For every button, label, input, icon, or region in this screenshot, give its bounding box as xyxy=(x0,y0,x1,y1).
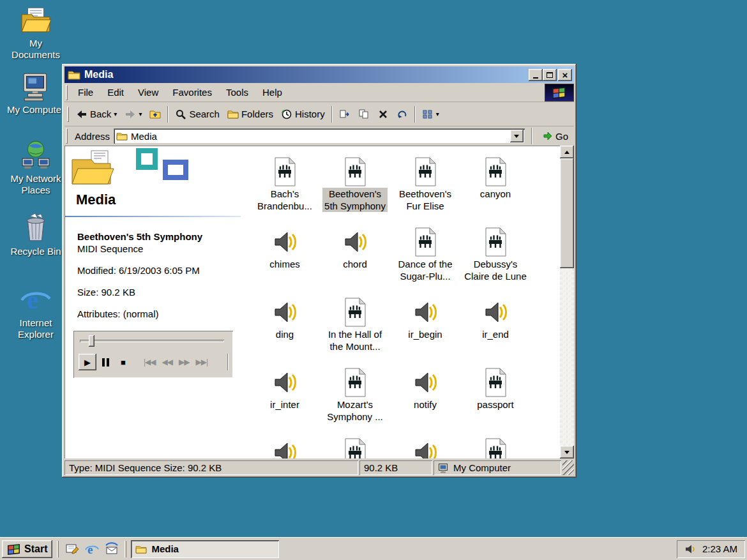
desktop-icon-recycle-bin[interactable]: Recycle Bin xyxy=(5,212,66,257)
desktop-icon-my-documents[interactable]: My Documents xyxy=(5,4,66,61)
skip-start-button[interactable]: |◀◀ xyxy=(144,358,156,367)
menu-file[interactable]: File xyxy=(71,84,100,100)
address-value: Media xyxy=(131,131,157,142)
forward-dropdown-icon[interactable]: ▾ xyxy=(139,111,142,117)
file-item[interactable]: Beethoven's Fur Elise xyxy=(390,156,460,226)
file-item[interactable]: Debussy's Claire de Lune xyxy=(460,226,531,296)
desktop-icon-my-computer[interactable]: My Computer xyxy=(5,70,66,116)
views-dropdown-icon[interactable]: ▾ xyxy=(436,111,439,117)
vertical-scrollbar[interactable] xyxy=(560,146,574,458)
history-icon xyxy=(281,109,292,120)
recycle-bin-icon xyxy=(20,212,52,244)
resize-grip[interactable] xyxy=(562,460,574,475)
fast-forward-button[interactable]: ▶▶ xyxy=(179,358,189,367)
menubar-grip[interactable] xyxy=(66,85,68,100)
menu-view[interactable]: View xyxy=(131,84,165,100)
seek-slider[interactable] xyxy=(80,340,224,342)
play-button[interactable]: ▶ xyxy=(79,354,96,370)
go-button[interactable]: Go xyxy=(539,130,572,143)
desktop-icon-label: Recycle Bin xyxy=(10,246,61,257)
network-places-icon xyxy=(20,139,52,171)
window-titlebar[interactable]: Media × xyxy=(64,66,574,83)
addressbar-grip[interactable] xyxy=(66,128,68,144)
toolbar-separator xyxy=(167,106,169,123)
file-item[interactable]: ding xyxy=(250,296,320,367)
task-button-media[interactable]: Media xyxy=(131,540,279,558)
skip-end-button[interactable]: ▶▶| xyxy=(196,358,208,367)
file-item[interactable] xyxy=(250,437,320,458)
status-bar: Type: MIDI Sequence Size: 90.2 KB 90.2 K… xyxy=(64,458,574,475)
back-button[interactable]: Back ▾ xyxy=(72,106,121,123)
stop-icon: ■ xyxy=(121,358,126,367)
desktop[interactable]: My Documents My Computer xyxy=(0,0,747,560)
delete-button[interactable] xyxy=(374,106,393,123)
folders-button[interactable]: Folders xyxy=(223,106,277,123)
quicklaunch-outlook-express[interactable] xyxy=(103,540,120,557)
midi-file-icon xyxy=(481,156,510,186)
wav-file-icon xyxy=(340,226,370,257)
file-item[interactable]: ir_begin xyxy=(390,296,460,367)
toolbar-grip[interactable] xyxy=(67,107,69,122)
back-dropdown-icon[interactable]: ▾ xyxy=(114,111,117,117)
menu-tools[interactable]: Tools xyxy=(219,84,255,100)
menu-help[interactable]: Help xyxy=(255,84,289,100)
undo-button[interactable] xyxy=(393,106,412,123)
file-item[interactable]: ir_end xyxy=(460,296,531,367)
up-folder-icon xyxy=(149,109,161,120)
file-item[interactable]: Dance of the Sugar-Plu... xyxy=(390,226,460,296)
scroll-up-button[interactable] xyxy=(560,146,574,158)
file-item[interactable]: chimes xyxy=(250,226,320,296)
minimize-button[interactable] xyxy=(529,69,543,81)
volume-icon[interactable] xyxy=(684,544,696,554)
file-item[interactable]: Bach's Brandenbu... xyxy=(250,156,320,226)
taskbar-divider xyxy=(57,541,59,557)
file-item[interactable] xyxy=(390,437,460,458)
windows-logo xyxy=(545,84,574,102)
move-to-button[interactable] xyxy=(335,106,354,123)
selected-file-size: Size: 90.2 KB xyxy=(77,287,236,298)
file-item[interactable]: passport xyxy=(460,367,531,437)
internet-explorer-icon: e xyxy=(20,284,52,315)
stop-button[interactable]: ■ xyxy=(114,354,132,370)
forward-button[interactable]: ▾ xyxy=(121,106,146,123)
file-item[interactable]: ir_inter xyxy=(250,367,320,437)
file-item[interactable]: In the Hall of the Mount... xyxy=(320,296,390,367)
file-item[interactable] xyxy=(320,437,390,458)
midi-file-icon xyxy=(411,226,440,257)
start-button[interactable]: Start xyxy=(2,540,52,558)
close-button[interactable]: × xyxy=(558,69,572,81)
address-input[interactable]: Media xyxy=(114,128,525,144)
seek-slider-thumb[interactable] xyxy=(89,335,94,347)
file-item[interactable]: notify xyxy=(390,367,460,437)
system-tray: 2:23 AM xyxy=(677,540,745,558)
file-item[interactable]: canyon xyxy=(460,156,531,226)
toolbar: Back ▾ ▾ Search Folders History xyxy=(64,102,574,126)
views-button[interactable]: ▾ xyxy=(418,106,443,123)
up-button[interactable] xyxy=(146,106,165,123)
file-list[interactable]: Bach's Brandenbu... Beethoven's 5th Symp… xyxy=(241,146,560,458)
maximize-button[interactable] xyxy=(543,69,557,81)
quicklaunch-internet-explorer[interactable]: e xyxy=(83,540,100,557)
menu-favorites[interactable]: Favorites xyxy=(165,84,219,100)
scroll-thumb[interactable] xyxy=(560,158,574,268)
history-button[interactable]: History xyxy=(277,106,329,123)
scroll-down-button[interactable] xyxy=(560,446,574,458)
status-size: 90.2 KB xyxy=(359,460,432,475)
desktop-icon-my-network-places[interactable]: My Network Places xyxy=(5,139,66,196)
copy-to-button[interactable] xyxy=(354,106,374,123)
pause-button[interactable] xyxy=(96,354,114,370)
menu-edit[interactable]: Edit xyxy=(100,84,131,100)
file-item[interactable] xyxy=(460,437,531,458)
file-item[interactable]: Mozart's Symphony ... xyxy=(320,367,390,437)
file-item-selected[interactable]: Beethoven's 5th Symphony xyxy=(320,156,390,226)
desktop-icon-label: My Computer xyxy=(7,104,64,116)
wav-file-icon xyxy=(411,367,440,397)
file-item[interactable]: chord xyxy=(320,226,390,296)
copy-to-icon xyxy=(358,109,370,120)
desktop-icon-internet-explorer[interactable]: e Internet Explorer xyxy=(5,284,66,340)
file-label: ding xyxy=(274,328,296,340)
address-dropdown-button[interactable] xyxy=(510,130,524,142)
rewind-button[interactable]: ◀◀ xyxy=(162,358,172,367)
search-button[interactable]: Search xyxy=(171,106,223,123)
quicklaunch-show-desktop[interactable] xyxy=(63,540,80,557)
